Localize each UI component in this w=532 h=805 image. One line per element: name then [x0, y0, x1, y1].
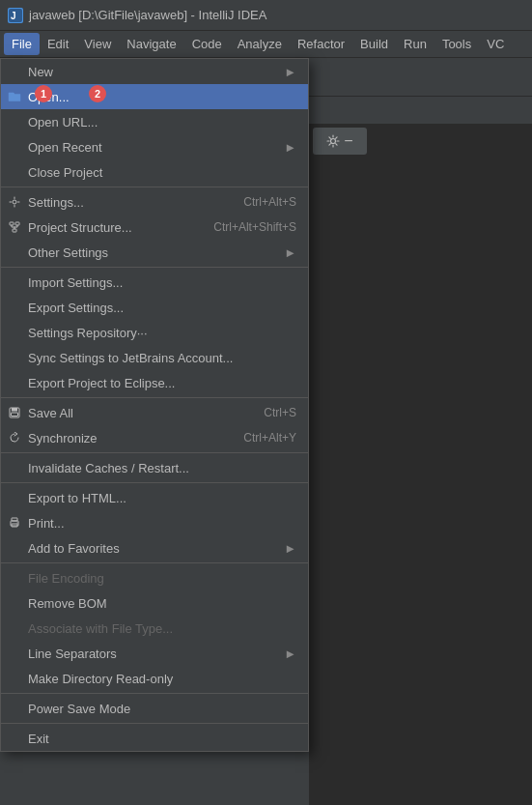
menu-item-label: Line Separators — [28, 647, 117, 661]
menu-item-label: Close Project — [28, 165, 102, 180]
submenu-arrow-icon: ► — [284, 541, 296, 556]
menu-tools[interactable]: Tools — [434, 33, 479, 55]
menu-separator — [1, 693, 308, 694]
svg-rect-13 — [12, 413, 18, 417]
menu-item-label: Project Structure... — [28, 220, 132, 235]
menu-item-label: Synchronize — [28, 431, 98, 446]
menu-item-label: Other Settings — [28, 245, 108, 260]
menu-navigate[interactable]: Navigate — [119, 33, 183, 55]
menu-item-shortcut: Ctrl+S — [264, 406, 296, 419]
menu-refactor[interactable]: Refactor — [290, 33, 352, 55]
menu-item-label: Invalidate Caches / Restart... — [28, 461, 189, 475]
menu-item-file-encoding: File Encoding — [1, 565, 308, 590]
menu-item-associate-file-type: Associate with File Type... — [1, 616, 308, 641]
menu-item-open-recent[interactable]: Open Recent► — [1, 134, 308, 159]
menu-item-shortcut: Ctrl+Alt+Y — [243, 431, 296, 445]
svg-point-6 — [331, 139, 336, 144]
menu-separator — [1, 562, 308, 563]
menu-item-label: Export to HTML... — [28, 491, 126, 505]
menu-item-export-html[interactable]: Export to HTML... — [1, 485, 308, 510]
title-bar: J javaweb [D:\GitFile\javaweb] - Intelli… — [0, 0, 532, 31]
menu-items: New► Open...Open URL...Open Recent►Close… — [1, 59, 308, 751]
menu-item-synchronize[interactable]: SynchronizeCtrl+Alt+Y — [1, 425, 308, 450]
menu-item-label: Sync Settings to JetBrains Account... — [28, 351, 233, 365]
menu-separator — [1, 723, 308, 724]
menu-item-import-settings[interactable]: Import Settings... — [1, 270, 308, 295]
badge-1: 1 — [35, 85, 52, 102]
menu-item-label: Power Save Mode — [28, 702, 130, 716]
menu-item-label: Print... — [28, 516, 65, 531]
settings-icon — [7, 194, 22, 210]
menu-item-label: Exit — [28, 732, 49, 746]
menu-file[interactable]: File — [4, 33, 40, 55]
menu-item-label: File Encoding — [28, 571, 104, 586]
menu-edit[interactable]: Edit — [40, 33, 76, 55]
svg-text:J: J — [11, 11, 16, 21]
menu-item-save-all[interactable]: Save AllCtrl+S — [1, 400, 308, 425]
app-icon: J — [8, 8, 23, 23]
menu-item-label: Settings Repository··· — [28, 326, 148, 340]
menu-item-close-project[interactable]: Close Project — [1, 159, 308, 185]
menu-item-sync-settings[interactable]: Sync Settings to JetBrains Account... — [1, 345, 308, 370]
menu-item-label: New — [28, 65, 53, 79]
save-icon — [7, 405, 22, 420]
open-folder-icon — [7, 89, 22, 104]
submenu-arrow-icon: ► — [284, 647, 296, 661]
menu-item-label: Make Directory Read-only — [28, 672, 173, 686]
menu-item-remove-bom[interactable]: Remove BOM — [1, 590, 308, 616]
menu-item-export-eclipse[interactable]: Export Project to Eclipse... — [1, 370, 308, 395]
menu-item-print[interactable]: Print... — [1, 510, 308, 535]
submenu-arrow-icon: ► — [284, 140, 296, 155]
menu-item-label: Import Settings... — [28, 275, 123, 290]
minus-icon: − — [344, 132, 352, 150]
menu-item-label: Remove BOM — [28, 596, 107, 611]
file-menu-dropdown: New► Open...Open URL...Open Recent►Close… — [0, 58, 309, 752]
menu-view[interactable]: View — [76, 33, 119, 55]
menu-item-label: Export Settings... — [28, 301, 124, 315]
menu-item-shortcut: Ctrl+Alt+S — [243, 195, 296, 209]
menu-item-invalidate-caches[interactable]: Invalidate Caches / Restart... — [1, 455, 308, 480]
menu-item-open-url[interactable]: Open URL... — [1, 109, 308, 134]
menu-item-settings[interactable]: Settings...Ctrl+Alt+S — [1, 189, 308, 215]
structure-icon — [7, 219, 22, 235]
menu-vc[interactable]: VC — [479, 33, 512, 55]
menu-item-label: Settings... — [28, 195, 84, 210]
menu-item-make-read-only[interactable]: Make Directory Read-only — [1, 666, 308, 691]
menu-item-label: Associate with File Type... — [28, 621, 173, 636]
menu-item-label: Export Project to Eclipse... — [28, 376, 175, 390]
menu-separator — [1, 452, 308, 453]
menu-separator — [1, 187, 308, 187]
menu-item-shortcut: Ctrl+Alt+Shift+S — [213, 220, 296, 234]
menu-item-label: Add to Favorites — [28, 541, 120, 556]
submenu-arrow-icon: ► — [284, 65, 296, 79]
menu-build[interactable]: Build — [352, 33, 396, 55]
submenu-arrow-icon: ► — [284, 245, 296, 260]
menu-code[interactable]: Code — [184, 33, 230, 55]
svg-point-7 — [13, 200, 16, 204]
window-title: javaweb [D:\GitFile\javaweb] - IntelliJ … — [29, 8, 266, 22]
svg-rect-12 — [12, 408, 17, 412]
menu-item-settings-repo[interactable]: Settings Repository··· — [1, 320, 308, 345]
menu-item-add-favorites[interactable]: Add to Favorites► — [1, 535, 308, 561]
svg-rect-15 — [12, 518, 17, 521]
menu-run[interactable]: Run — [396, 33, 434, 55]
menu-item-label: Open Recent — [28, 140, 102, 155]
menu-item-export-settings[interactable]: Export Settings... — [1, 295, 308, 320]
menu-item-label: Save All — [28, 406, 73, 420]
menu-item-power-save[interactable]: Power Save Mode — [1, 696, 308, 721]
menu-analyze[interactable]: Analyze — [230, 33, 290, 55]
bg-content: − — [309, 97, 532, 805]
gear-icon — [326, 134, 340, 148]
settings-box: − — [313, 128, 367, 155]
menu-item-project-structure[interactable]: Project Structure...Ctrl+Alt+Shift+S — [1, 215, 308, 240]
sync-icon — [7, 430, 22, 446]
menu-item-label: Open URL... — [28, 115, 98, 129]
svg-point-17 — [16, 522, 17, 523]
menu-separator — [1, 267, 308, 268]
menu-item-other-settings[interactable]: Other Settings► — [1, 240, 308, 265]
menu-separator — [1, 397, 308, 398]
menu-item-new[interactable]: New► — [1, 59, 308, 84]
menu-item-line-separators[interactable]: Line Separators► — [1, 641, 308, 666]
menu-item-exit[interactable]: Exit — [1, 726, 308, 751]
print-icon — [7, 515, 22, 531]
